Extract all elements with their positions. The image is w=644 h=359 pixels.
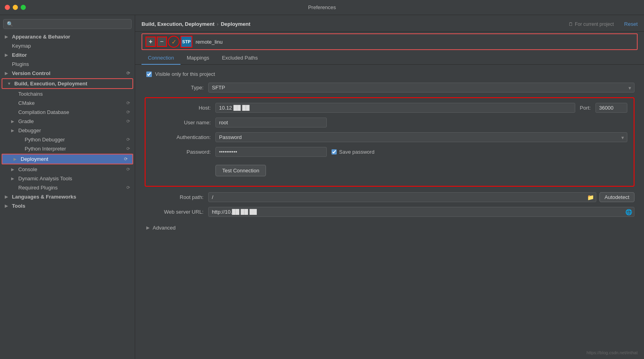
test-connection-button[interactable]: Test Connection	[215, 165, 266, 176]
deploy-icon-button[interactable]: STP	[180, 36, 192, 48]
sidebar-item-python-interpreter[interactable]: Python Interpreter ⟳	[0, 144, 135, 153]
username-input[interactable]	[215, 118, 327, 127]
sync-icon: ⟳	[126, 100, 130, 106]
type-select[interactable]: SFTP FTP FTPS	[208, 83, 634, 93]
sidebar-item-console[interactable]: ▶ Console ⟳	[0, 165, 135, 174]
root-path-input-wrap: 📁	[208, 192, 596, 202]
save-password-checkbox[interactable]	[332, 149, 337, 154]
arrow-icon: ▶	[11, 119, 16, 124]
sidebar-item-keymap[interactable]: Keymap	[0, 41, 135, 50]
web-url-label: Web server URL:	[145, 209, 208, 215]
tab-mappings[interactable]: Mappings	[180, 52, 215, 65]
sidebar-item-debugger[interactable]: ▶ Debugger	[0, 126, 135, 135]
save-password-group: Save password	[332, 149, 374, 155]
arrow-icon: ▶	[11, 176, 16, 181]
sync-icon: ⟳	[126, 167, 130, 172]
auth-label: Authentication:	[152, 134, 215, 140]
close-button[interactable]	[5, 5, 10, 10]
password-group: Save password	[215, 147, 627, 157]
form-area: Visible only for this project Type: SFTP…	[135, 65, 644, 359]
sync-icon: ⟳	[126, 185, 130, 190]
sidebar-item-cmake[interactable]: CMake ⟳	[0, 98, 135, 108]
sidebar-item-required-plugins[interactable]: Required Plugins ⟳	[0, 183, 135, 192]
web-url-input[interactable]	[208, 207, 634, 217]
sidebar-item-label: Toolchains	[18, 91, 43, 97]
breadcrumb-segment-2: Deployment	[221, 21, 250, 27]
sync-icon: ⟳	[126, 137, 130, 142]
sync-icon: ⟳	[126, 146, 130, 151]
sidebar-item-label: Appearance & Behavior	[12, 34, 70, 40]
sidebar-item-appearance[interactable]: ▶ Appearance & Behavior	[0, 32, 135, 41]
type-label: Type:	[145, 85, 208, 91]
breadcrumb-bar: Build, Execution, Deployment › Deploymen…	[135, 15, 644, 32]
sync-icon: ⟳	[126, 110, 130, 115]
web-url-group: 🌐	[208, 207, 634, 217]
sync-icon: ⟳	[126, 119, 130, 124]
sidebar-item-languages[interactable]: ▶ Languages & Frameworks	[0, 192, 135, 201]
minimize-button[interactable]	[13, 5, 18, 10]
arrow-icon: ▶	[11, 167, 16, 172]
arrow-icon: ▶	[11, 128, 16, 133]
advanced-label: Advanced	[153, 225, 176, 231]
advanced-arrow-icon: ▶	[146, 225, 149, 230]
auth-select[interactable]: Password Key pair OpenSSH config	[215, 132, 627, 142]
root-path-input[interactable]	[208, 192, 596, 202]
username-label: User name:	[152, 120, 215, 125]
sidebar-item-version-control[interactable]: ▶ Version Control ⟳	[0, 69, 135, 78]
sidebar-item-deployment[interactable]: ▶ Deployment ⟳	[2, 154, 133, 164]
sidebar-item-python-debugger[interactable]: Python Debugger ⟳	[0, 135, 135, 144]
window-title: Preferences	[308, 4, 336, 10]
sidebar-item-label: Keymap	[12, 43, 31, 49]
sidebar-item-gradle[interactable]: ▶ Gradle ⟳	[0, 117, 135, 126]
sidebar-item-build-exec[interactable]: ▼ Build, Execution, Deployment	[2, 78, 133, 89]
advanced-section[interactable]: ▶ Advanced	[145, 222, 634, 234]
sidebar-item-editor[interactable]: ▶ Editor	[0, 50, 135, 60]
folder-icon[interactable]: 📁	[587, 194, 594, 201]
username-row: User name:	[152, 118, 627, 127]
sync-icon: ⟳	[126, 71, 130, 76]
add-server-button[interactable]: +	[145, 37, 156, 47]
root-path-label: Root path:	[145, 194, 208, 200]
tab-label: Excluded Paths	[222, 55, 258, 61]
search-icon: 🔍	[7, 21, 13, 27]
visible-only-label: Visible only for this project	[155, 71, 215, 77]
sidebar-item-label: Required Plugins	[18, 185, 58, 191]
tab-connection[interactable]: Connection	[142, 52, 180, 65]
sidebar-item-label: Python Debugger	[25, 137, 65, 143]
remove-server-button[interactable]: −	[157, 37, 167, 47]
maximize-button[interactable]	[21, 5, 26, 10]
sidebar-item-toolchains[interactable]: Toolchains	[0, 89, 135, 98]
sidebar-item-label: Gradle	[18, 118, 34, 124]
host-row: Host: Port:	[152, 103, 627, 113]
sidebar-item-label: Version Control	[12, 70, 50, 76]
confirm-button[interactable]: ✓	[168, 36, 180, 48]
tab-excluded-paths[interactable]: Excluded Paths	[215, 52, 264, 65]
tab-label: Mappings	[187, 55, 209, 61]
sidebar-item-plugins[interactable]: Plugins	[0, 60, 135, 69]
port-input[interactable]	[596, 103, 627, 113]
host-label: Host:	[152, 105, 215, 111]
autodetect-button[interactable]: Autodetect	[599, 192, 634, 202]
test-connection-row: Test Connection	[152, 162, 627, 176]
sidebar-item-dynamic-analysis[interactable]: ▶ Dynamic Analysis Tools	[0, 174, 135, 183]
search-input[interactable]	[16, 21, 128, 27]
sidebar-item-label: Dynamic Analysis Tools	[18, 176, 72, 181]
visible-only-checkbox[interactable]	[146, 71, 152, 77]
search-box[interactable]: 🔍	[3, 19, 132, 29]
reset-button[interactable]: Reset	[624, 21, 638, 27]
tab-label: Connection	[148, 55, 174, 61]
open-url-icon[interactable]: 🌐	[625, 209, 632, 215]
sidebar-item-label: Languages & Frameworks	[12, 194, 76, 200]
watermark: https://blog.csdn.net/inthat	[587, 350, 638, 355]
port-label: Port:	[580, 105, 591, 111]
web-url-row: Web server URL: 🌐	[145, 207, 634, 217]
sidebar-item-compilation-db[interactable]: Compilation Database ⟳	[0, 108, 135, 117]
password-row: Password: Save password	[152, 147, 627, 157]
arrow-icon: ▶	[14, 157, 18, 161]
password-input[interactable]	[215, 147, 327, 157]
window-controls	[5, 5, 26, 10]
host-input[interactable]	[215, 103, 575, 113]
sidebar-item-label: Debugger	[18, 127, 41, 133]
sidebar-item-tools[interactable]: ▶ Tools	[0, 201, 135, 210]
sidebar-item-label: CMake	[18, 100, 35, 106]
